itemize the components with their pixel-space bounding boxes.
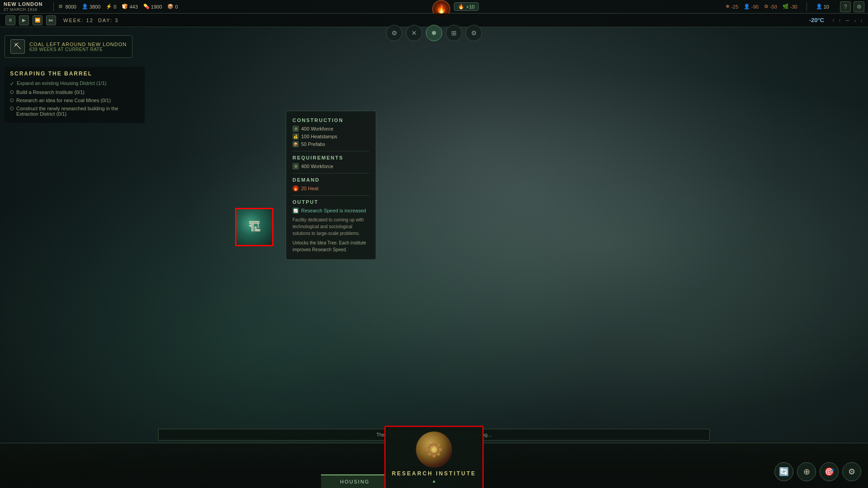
construction-title: CONSTRUCTION: [292, 117, 369, 123]
selected-building-tile[interactable]: 🏗: [235, 208, 274, 246]
nav-icon-snowflake[interactable]: ❄: [426, 25, 442, 41]
coal-text: COAL LEFT AROUND NEW LONDON 639 WEEKS AT…: [29, 42, 127, 52]
cold-icon-3: ⚙: [764, 4, 769, 9]
pause-button[interactable]: ⏸: [5, 15, 15, 25]
construction-prefabs-text: 50 Prefabs: [301, 141, 325, 147]
settings-button[interactable]: ⚙: [854, 1, 864, 12]
quest-item-1-text: Expand an existing Housing District (1/1…: [17, 80, 107, 86]
building-card-inner: RESEARCH INSTITUTE ▲: [384, 426, 484, 488]
flame-icon: 🔥: [458, 4, 464, 9]
workforce-icon-2: ⚙: [292, 163, 299, 169]
people-resource: 👤 3800: [82, 4, 100, 10]
gear-amount: 8000: [65, 4, 76, 9]
flame-count: +10: [466, 4, 475, 9]
people-count-icon: 👤: [816, 4, 822, 9]
cold-icon-4: 🌿: [783, 4, 789, 9]
medicine-icon: 💊: [143, 4, 150, 10]
cold-stat-2: 👤 -90: [744, 4, 759, 9]
quest-item-4: Construct the newly researched building …: [10, 106, 139, 117]
bottom-right-icon-3[interactable]: 🎯: [820, 462, 839, 481]
help-button[interactable]: ?: [840, 1, 851, 12]
bottom-right-icons: 🔄 ⊕ 🎯 ⚙: [774, 462, 861, 481]
nav-icon-2[interactable]: ✕: [406, 25, 422, 41]
building-card-arrow: ▲: [432, 479, 436, 483]
svg-rect-3: [437, 443, 440, 447]
quest-circle-icon-2: [10, 90, 14, 94]
building-card-icon: [416, 432, 452, 468]
building-description: Facility dedicated to coming up with tec…: [292, 216, 369, 237]
play-button[interactable]: ▶: [19, 15, 29, 25]
cold-stat-1: ❄ -25: [726, 4, 738, 9]
fast-forward-button[interactable]: ⏩: [33, 15, 42, 25]
coal-subtitle: 639 WEEKS AT CURRENT RATE: [29, 47, 127, 52]
prefab-amount: 0: [175, 4, 178, 9]
day-num: 3: [115, 18, 118, 23]
info-panel: CONSTRUCTION ⚙ 400 Workforce 💰 100 Heats…: [286, 111, 376, 260]
nav-icons: ⚙ ✕ ❄ ⊞ ⚙: [386, 25, 482, 41]
quest-item-3-text: Research an idea for new Coal Mines (0/1…: [16, 98, 111, 103]
stat-divider: [807, 2, 807, 11]
medicine-resource: 💊 1900: [143, 4, 162, 10]
bottom-right-icon-2[interactable]: ⊕: [797, 462, 816, 481]
nav-icon-5[interactable]: ⚙: [466, 25, 482, 41]
city-info: NEW LONDON 27 MARCH 1916: [4, 1, 42, 11]
demand-heat-text: 20 Heat: [301, 186, 319, 191]
food-status-resource: ⚡ 0: [106, 4, 116, 10]
construction-heatstamps: 💰 100 Heatstamps: [292, 133, 369, 140]
week-num: 12: [86, 18, 94, 23]
output-title: OUTPUT: [292, 199, 369, 205]
cold-stat-3: ⚙ -50: [764, 4, 777, 9]
workforce-icon-1: ⚙: [292, 126, 299, 132]
bottom-right-icon-4[interactable]: ⚙: [842, 462, 861, 481]
quest-circle-icon-3: [10, 99, 14, 102]
day-label: DAY:: [98, 18, 113, 23]
temp-tick-4: ↓: [854, 18, 856, 23]
quest-title: SCRAPING THE BARREL: [10, 70, 139, 77]
heat-demand-icon: 🔥: [292, 185, 299, 192]
quest-panel: SCRAPING THE BARREL ✓ Expand an existing…: [5, 67, 145, 123]
tab-housing[interactable]: HOUSING: [321, 474, 389, 488]
cold-val-2: -90: [751, 4, 759, 9]
food-resource: 🍞 443: [122, 4, 137, 10]
medicine-amount: 1900: [151, 4, 162, 9]
gear-resource: ⚙ 8000: [57, 4, 76, 10]
people-icon: 👤: [82, 4, 88, 10]
top-right-stats: ❄ -25 👤 -90 ⚙ -50 🌿 -30 👤 10 ? ⚙: [726, 1, 864, 12]
food-amount: 443: [129, 4, 137, 9]
faster-button[interactable]: ⏭: [46, 15, 56, 25]
construction-workforce-text: 400 Workforce: [301, 126, 333, 131]
building-card[interactable]: RESEARCH INSTITUTE ▲: [384, 426, 484, 488]
people-count-val: 10: [824, 4, 829, 9]
svg-rect-4: [439, 448, 442, 451]
people-count: 👤 10: [816, 4, 829, 9]
temp-tick-2: ↑: [839, 18, 841, 23]
heatstamps-icon: 💰: [292, 133, 299, 140]
food-icon: 🍞: [122, 4, 128, 10]
divider: [53, 2, 54, 11]
top-right-buttons: ? ⚙: [840, 1, 864, 12]
nav-icon-4[interactable]: ⊞: [446, 25, 462, 41]
prefab-resource: 📦 0: [167, 4, 178, 10]
quest-item-1: ✓ Expand an existing Housing District (1…: [10, 80, 139, 87]
quest-check-icon-1: ✓: [10, 81, 14, 87]
city-date: 27 MARCH 1916: [4, 7, 42, 12]
prefab-icon: 📦: [167, 4, 174, 10]
gear-icon: ⚙: [57, 4, 64, 10]
tile-visual: 🏗: [236, 209, 272, 245]
output-icon: 📈: [292, 207, 299, 214]
cold-icon-1: ❄: [726, 4, 730, 9]
separator-2: [292, 173, 369, 174]
svg-rect-8: [426, 448, 429, 451]
cold-stat-4: 🌿 -30: [783, 4, 797, 9]
cold-val-3: -50: [770, 4, 777, 9]
svg-point-10: [432, 447, 436, 452]
top-bar: NEW LONDON 27 MARCH 1916 ⚙ 8000 👤 3800 ⚡…: [0, 0, 868, 14]
cold-val-1: -25: [731, 4, 738, 9]
bottom-right-icon-1[interactable]: 🔄: [774, 462, 793, 481]
svg-rect-9: [428, 443, 431, 447]
building-card-name: RESEARCH INSTITUTE: [392, 470, 476, 477]
nav-icon-1[interactable]: ⚙: [386, 25, 402, 41]
construction-workforce: ⚙ 400 Workforce: [292, 126, 369, 132]
construction-prefabs: 📦 50 Prefabs: [292, 141, 369, 147]
week-day-display: WEEK: 12 DAY: 3: [63, 18, 118, 23]
